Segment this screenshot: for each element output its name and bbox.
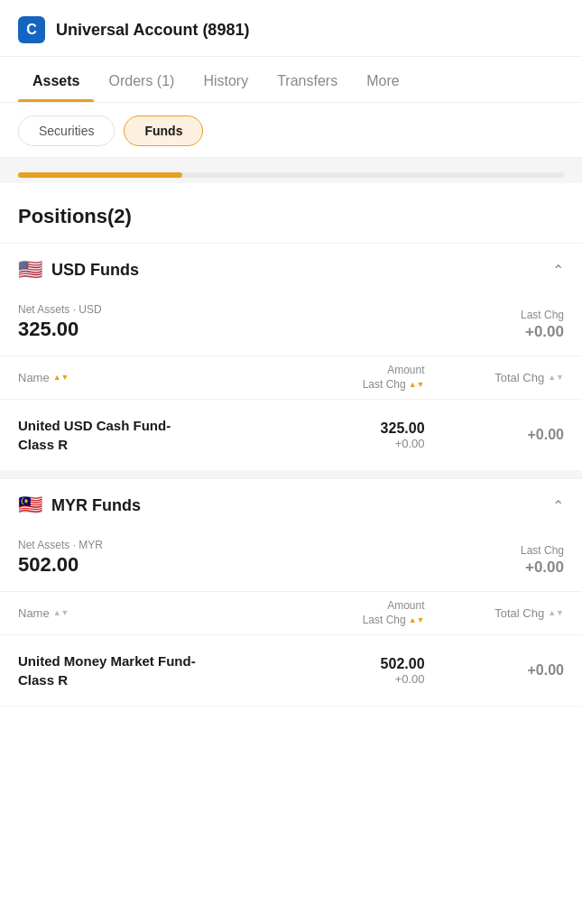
myr-net-assets-value: 502.00 (18, 553, 103, 577)
usd-row-amount-col: 325.00 +0.00 (250, 420, 424, 450)
myr-fund-title: MYR Funds (51, 496, 141, 515)
tab-orders[interactable]: Orders (1) (94, 57, 189, 102)
usd-col-name[interactable]: Name ▲▼ (18, 371, 250, 384)
usd-fund-section: 🇺🇸 USD Funds ⌃ Net Assets · USD 325.00 L… (0, 243, 582, 471)
myr-net-assets-label: Net Assets · MYR (18, 539, 103, 551)
usd-last-chg-right: Last Chg +0.00 (521, 309, 564, 341)
myr-name-sort-icon: ▲▼ (53, 609, 69, 617)
myr-row-amount: 502.00 (381, 656, 425, 672)
usd-row-name: United USD Cash Fund-Class R (18, 416, 250, 454)
myr-row-lastchg: +0.00 (395, 672, 425, 686)
myr-row-name: United Money Market Fund-Class R (18, 651, 250, 689)
myr-col-amount[interactable]: Amount Last Chg ▲▼ (250, 599, 424, 627)
main-content: Positions(2) 🇺🇸 USD Funds ⌃ Net Assets ·… (0, 183, 582, 707)
usd-row-amount: 325.00 (381, 420, 425, 437)
myr-chevron-up-icon: ⌃ (552, 497, 564, 514)
myr-fund-section: 🇲🇾 MYR Funds ⌃ Net Assets · MYR 502.00 L… (0, 478, 582, 707)
myr-col-name[interactable]: Name ▲▼ (18, 606, 250, 620)
usd-last-chg-label: Last Chg (521, 309, 564, 321)
myr-net-assets-row: Net Assets · MYR 502.00 Last Chg +0.00 (0, 531, 582, 591)
tab-more[interactable]: More (352, 57, 413, 102)
myr-fund-header[interactable]: 🇲🇾 MYR Funds ⌃ (0, 479, 582, 531)
myr-row-amount-col: 502.00 +0.00 (250, 656, 424, 686)
usd-name-sort-icon: ▲▼ (53, 374, 69, 382)
myr-total-sort-icon: ▲▼ (548, 609, 564, 617)
sub-tab-funds[interactable]: Funds (124, 116, 203, 146)
usd-col-amount[interactable]: Amount Last Chg ▲▼ (250, 364, 424, 392)
header: C Universal Account (8981) (0, 0, 582, 57)
tab-assets[interactable]: Assets (18, 57, 94, 102)
tab-transfers[interactable]: Transfers (263, 57, 352, 102)
nav-tabs: Assets Orders (1) History Transfers More (0, 57, 582, 103)
myr-net-assets-left: Net Assets · MYR 502.00 (18, 539, 103, 577)
progress-bar-area (0, 158, 582, 183)
myr-last-chg-right: Last Chg +0.00 (521, 544, 564, 577)
myr-fund-header-left: 🇲🇾 MYR Funds (18, 494, 141, 517)
myr-fund-row[interactable]: United Money Market Fund-Class R 502.00 … (0, 635, 582, 707)
usd-amount-sort-icon: ▲▼ (409, 381, 425, 389)
usd-fund-title: USD Funds (51, 261, 139, 280)
usd-fund-row[interactable]: United USD Cash Fund-Class R 325.00 +0.0… (0, 400, 582, 471)
sub-tab-securities[interactable]: Securities (18, 116, 115, 146)
tab-history[interactable]: History (189, 57, 263, 102)
usd-last-chg-value: +0.00 (521, 323, 564, 341)
usd-net-assets-value: 325.00 (18, 318, 102, 341)
usd-net-assets-label: Net Assets · USD (18, 303, 102, 316)
usd-flag: 🇺🇸 (18, 258, 42, 282)
myr-flag: 🇲🇾 (18, 494, 42, 517)
usd-chevron-up-icon: ⌃ (552, 262, 564, 279)
section-divider (0, 471, 582, 478)
app-logo: C (18, 16, 45, 43)
sub-tabs: Securities Funds (0, 103, 582, 158)
myr-row-total: +0.00 (425, 662, 564, 679)
usd-row-lastchg: +0.00 (395, 437, 425, 450)
usd-table-header: Name ▲▼ Amount Last Chg ▲▼ Total Chg ▲▼ (0, 356, 582, 400)
myr-amount-sort-icon: ▲▼ (409, 616, 425, 624)
usd-net-assets-left: Net Assets · USD 325.00 (18, 303, 102, 341)
myr-table-header: Name ▲▼ Amount Last Chg ▲▼ Total Chg ▲▼ (0, 591, 582, 635)
progress-bar-fill (18, 172, 182, 178)
myr-col-total[interactable]: Total Chg ▲▼ (425, 606, 564, 620)
usd-fund-header[interactable]: 🇺🇸 USD Funds ⌃ (0, 244, 582, 296)
usd-net-assets-row: Net Assets · USD 325.00 Last Chg +0.00 (0, 296, 582, 356)
usd-total-sort-icon: ▲▼ (548, 374, 564, 382)
usd-fund-header-left: 🇺🇸 USD Funds (18, 258, 139, 282)
progress-bar-track (18, 172, 564, 178)
myr-last-chg-value: +0.00 (521, 559, 564, 577)
account-title: Universal Account (8981) (56, 21, 249, 40)
usd-col-total[interactable]: Total Chg ▲▼ (425, 371, 564, 384)
usd-row-total: +0.00 (425, 427, 564, 443)
positions-title: Positions(2) (0, 183, 582, 243)
myr-last-chg-label: Last Chg (521, 544, 564, 557)
